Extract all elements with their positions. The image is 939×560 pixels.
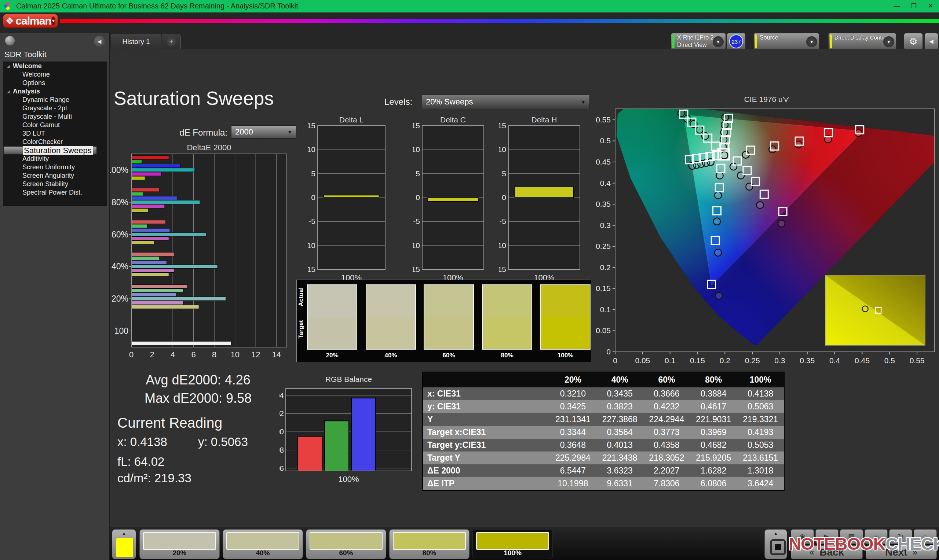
add-tab-button[interactable]: +	[162, 34, 181, 49]
measured-point	[778, 220, 785, 227]
meter-dropdown[interactable]: X-Rite i1Pro 2 Direct View ▼	[671, 33, 726, 50]
svg-text:DeltaE 2000: DeltaE 2000	[187, 143, 231, 152]
table-cell: 0.3969	[690, 426, 737, 439]
patch-label: 40%	[223, 549, 302, 557]
camera-button[interactable]: ◉	[791, 529, 814, 544]
svg-text:98: 98	[279, 446, 284, 454]
sidebar-collapse-button[interactable]: ◀	[94, 36, 105, 47]
svg-text:0.3: 0.3	[774, 356, 785, 365]
app-icon	[4, 2, 12, 11]
svg-text:0.2: 0.2	[720, 356, 730, 365]
svg-text:15: 15	[413, 121, 420, 130]
sidebar-item-screen-uniformity[interactable]: Screen Uniformity	[3, 163, 107, 172]
table-cell: 0.3435	[597, 388, 643, 400]
deltae-bar-magenta-80%	[132, 205, 165, 208]
patch-tile-40%[interactable]: 40%	[223, 529, 303, 559]
next-button[interactable]: Next »	[866, 545, 937, 559]
sidebar-item-additivity[interactable]: Additivity	[3, 155, 107, 163]
sidebar-item-screen-angularity[interactable]: Screen Angularity	[3, 172, 107, 180]
maximize-button[interactable]: ❐	[905, 0, 922, 12]
sidebar-item-spectral-power-dist-[interactable]: Spectral Power Dist.	[3, 188, 107, 197]
svg-text:4: 4	[171, 350, 175, 359]
tab-label: History 1	[122, 38, 150, 46]
table-cell: 221.3438	[597, 452, 643, 465]
max-de2000: Max dE2000: 9.58	[125, 391, 271, 406]
sidebar-item-3d-lut[interactable]: 3D LUT	[3, 129, 107, 138]
deltae-chart-svg: 02468101214DeltaE 2000100%80%60%40%20%10…	[110, 142, 295, 362]
pattern-button[interactable]: ▦	[840, 529, 863, 544]
deltaH-bar	[515, 187, 574, 197]
page-title: Saturation Sweeps	[114, 87, 274, 109]
record-button[interactable]: ◌	[914, 529, 937, 544]
current-fl: fL: 64.02	[117, 455, 164, 469]
svg-text:Delta C: Delta C	[440, 117, 466, 124]
sidebar-item-options[interactable]: Options	[3, 79, 107, 87]
source-dropdown[interactable]: Source ▼	[753, 33, 819, 50]
measured-point	[715, 292, 722, 299]
deltae-bar-cyan-20%	[132, 297, 226, 300]
sidebar-item-analysis[interactable]: ◢Analysis	[3, 87, 107, 95]
current-patch-swatch	[116, 538, 134, 557]
patch-tile-20%[interactable]: 20%	[139, 529, 220, 559]
table-cell: 0.4193	[737, 426, 784, 439]
table-row--e-itp: ΔE ITP10.19989.63317.83066.08063.6424	[423, 477, 784, 490]
sidebar-item-welcome[interactable]: Welcome	[3, 70, 107, 79]
sidebar-item-welcome[interactable]: ◢Welcome	[3, 62, 107, 70]
deltae-bar-yellow-40%	[132, 273, 169, 277]
levels-select[interactable]: 20% Sweeps ▼	[422, 95, 590, 109]
patch-tile-80%[interactable]: 80%	[389, 529, 470, 559]
svg-text:-15: -15	[499, 265, 506, 274]
sidebar-item-grayscale-multi[interactable]: Grayscale - Multi	[3, 112, 107, 121]
meter-count-badge: 237	[729, 34, 743, 48]
loop-button[interactable]: ∞	[865, 529, 888, 544]
swatch-column-100%	[540, 285, 591, 350]
svg-text:0.25: 0.25	[596, 242, 611, 250]
sidebar-item-color-gamut[interactable]: Color Gamut	[3, 121, 107, 129]
svg-text:0.15: 0.15	[690, 356, 705, 365]
delta-c-chart: 151050-5-10-15Delta C100%	[413, 117, 488, 287]
patch-tile-100%[interactable]: 100%	[472, 529, 553, 559]
svg-text:102: 102	[279, 409, 284, 417]
svg-text:100: 100	[279, 427, 284, 436]
sidebar-item-label: Additivity	[22, 155, 49, 163]
settings-button[interactable]: ⚙	[904, 33, 923, 50]
table-cell: 224.2944	[643, 413, 690, 426]
current-patch-tile[interactable]: ▲	[112, 529, 136, 559]
sidebar-item-screen-stability[interactable]: Screen Stability	[3, 180, 107, 188]
svg-text:80%: 80%	[111, 197, 128, 207]
sidebar-item-colorchecker[interactable]: ColorChecker	[3, 138, 107, 146]
table-cell: 3.6424	[737, 477, 784, 490]
rgb-bar-red	[298, 437, 322, 471]
display-control-dropdown[interactable]: Direct Display Control ▼	[828, 33, 896, 50]
svg-text:96: 96	[279, 464, 284, 472]
back-button[interactable]: « Back	[791, 545, 863, 559]
sidebar-item-grayscale-2pt[interactable]: Grayscale - 2pt	[3, 104, 107, 112]
de-formula-select[interactable]: 2000 ▼	[231, 125, 296, 138]
stop-tile[interactable]: ▲	[765, 529, 787, 559]
expander-icon[interactable]: ◢	[7, 62, 13, 70]
display-control-label: Direct Display Control	[834, 34, 888, 41]
play-button[interactable]: ▶	[816, 529, 839, 544]
tab-history-1[interactable]: History 1	[111, 34, 161, 49]
refresh-button[interactable]: ↻	[889, 529, 912, 544]
calman-menu-button[interactable]: ❖ calman ▼	[3, 14, 58, 28]
close-button[interactable]: ✕	[922, 0, 939, 12]
table-cell: 231.1341	[549, 413, 597, 426]
svg-text:-15: -15	[308, 265, 315, 274]
meter-count-tile[interactable]: 237	[727, 33, 746, 50]
table-cell: 0.3823	[597, 400, 643, 413]
next-label: Next	[885, 546, 907, 558]
sidebar-item-dynamic-range[interactable]: Dynamic Range	[3, 95, 107, 104]
table-header-cell: 100%	[737, 372, 784, 388]
svg-text:10: 10	[499, 145, 506, 154]
svg-text:15: 15	[499, 121, 506, 130]
svg-text:100%: 100%	[338, 475, 359, 484]
expander-icon[interactable]: ◢	[7, 87, 13, 95]
patch-tile-60%[interactable]: 60%	[306, 529, 386, 559]
sidebar-item-saturation-sweeps[interactable]: Saturation Sweeps	[3, 146, 97, 155]
minimize-button[interactable]: —	[888, 0, 905, 12]
measured-point	[714, 249, 722, 256]
panel-collapse-button[interactable]: ◀	[924, 33, 938, 50]
table-row-label: Y	[423, 413, 549, 426]
inset-measured-point	[862, 306, 868, 312]
